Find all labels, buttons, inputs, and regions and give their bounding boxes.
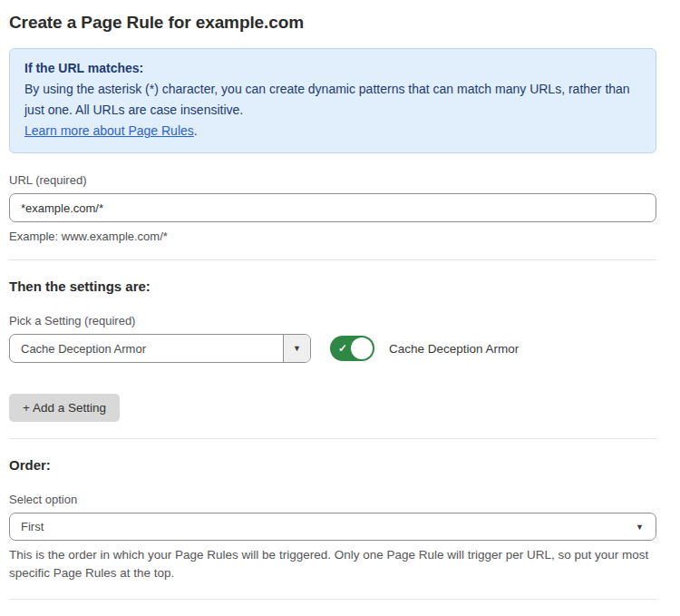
toggle-label: Cache Deception Armor [389,342,519,356]
url-field-helper: Example: www.example.com/* [9,230,656,243]
pick-setting-label: Pick a Setting (required) [9,314,656,328]
page-title: Create a Page Rule for example.com [9,13,656,33]
callout-heading: If the URL matches: [24,58,641,79]
divider [9,259,656,260]
setting-row: Cache Deception Armor ▼ ✓ Cache Deceptio… [9,334,656,363]
url-field-label: URL (required) [9,173,656,187]
setting-toggle[interactable]: ✓ [330,336,374,361]
order-select-value: First [10,520,656,533]
setting-toggle-group: ✓ Cache Deception Armor [330,336,519,361]
order-helper-text: This is the order in which your Page Rul… [9,546,656,582]
add-setting-button[interactable]: + Add a Setting [9,394,120,422]
order-select[interactable]: First ▼ [9,513,656,541]
check-icon: ✓ [338,343,347,354]
chevron-down-icon: ▼ [636,523,644,532]
callout-link-suffix: . [194,123,198,138]
order-select-label: Select option [9,493,656,506]
toggle-knob [351,337,373,359]
url-input[interactable] [9,193,656,222]
divider [9,438,656,439]
learn-more-link[interactable]: Learn more about Page Rules [24,123,194,138]
callout-body: By using the asterisk (*) character, you… [24,79,641,121]
chevron-down-icon[interactable]: ▼ [283,335,310,362]
divider [9,599,656,600]
settings-section-heading: Then the settings are: [9,279,656,294]
callout-link-line: Learn more about Page Rules. [24,121,641,142]
setting-select[interactable]: Cache Deception Armor ▼ [9,334,311,363]
order-section-heading: Order: [9,457,656,473]
url-match-info-callout: If the URL matches: By using the asteris… [9,48,656,153]
setting-select-value: Cache Deception Armor [10,335,283,362]
create-page-rule-panel: Create a Page Rule for example.com If th… [0,0,680,616]
